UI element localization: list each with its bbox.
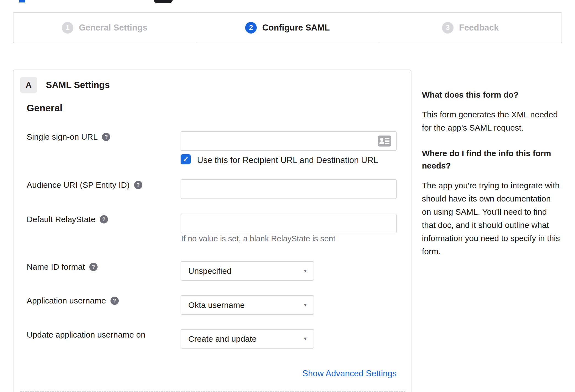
help-question-1: What does this form do? bbox=[422, 89, 562, 101]
name-id-format-value: Unspecified bbox=[188, 266, 231, 276]
wizard-stepper: 1 General Settings 2 Configure SAML 3 Fe… bbox=[13, 12, 562, 43]
name-id-format-select[interactable]: Unspecified ▼ bbox=[181, 261, 314, 281]
relaystate-help-icon[interactable]: ? bbox=[100, 215, 108, 223]
contact-card-icon bbox=[378, 136, 391, 147]
app-username-label: Application username bbox=[27, 296, 106, 305]
app-username-value: Okta username bbox=[188, 300, 245, 310]
clipped-blue-element bbox=[19, 0, 25, 2]
chevron-down-icon: ▼ bbox=[303, 268, 308, 274]
app-username-help-icon[interactable]: ? bbox=[110, 297, 119, 305]
step-configure-saml: 2 Configure SAML bbox=[196, 13, 378, 43]
checkmark-icon: ✓ bbox=[183, 155, 189, 164]
chevron-down-icon: ▼ bbox=[303, 336, 308, 342]
step-2-number-badge: 2 bbox=[245, 22, 257, 34]
help-sidebar: What does this form do? This form genera… bbox=[422, 89, 562, 271]
panel-title: SAML Settings bbox=[46, 77, 110, 93]
group-heading-general: General bbox=[27, 103, 62, 114]
name-id-format-label: Name ID format bbox=[27, 262, 85, 272]
show-advanced-settings-link[interactable]: Show Advanced Settings bbox=[302, 369, 397, 378]
step-general-settings: 1 General Settings bbox=[13, 13, 196, 43]
audience-uri-input[interactable] bbox=[181, 179, 397, 199]
configure-saml-page: 1 General Settings 2 Configure SAML 3 Fe… bbox=[0, 0, 575, 392]
audience-uri-label-row: Audience URI (SP Entity ID) ? bbox=[27, 180, 142, 190]
help-answer-2: The app you're trying to integrate with … bbox=[422, 179, 562, 258]
app-username-label-row: Application username ? bbox=[27, 296, 119, 305]
chevron-down-icon: ▼ bbox=[303, 302, 308, 308]
step-1-label: General Settings bbox=[79, 23, 148, 33]
advanced-link-row: Show Advanced Settings bbox=[181, 369, 397, 379]
update-username-label: Update application username on bbox=[27, 330, 145, 339]
relaystate-input[interactable] bbox=[181, 214, 397, 233]
name-id-format-help-icon[interactable]: ? bbox=[89, 263, 98, 271]
step-3-number-badge: 3 bbox=[442, 22, 454, 34]
saml-settings-panel: A SAML Settings General Single sign-on U… bbox=[13, 70, 411, 392]
update-username-label-row: Update application username on bbox=[27, 330, 145, 339]
step-feedback: 3 Feedback bbox=[379, 13, 562, 43]
sso-url-input[interactable] bbox=[181, 131, 397, 151]
step-1-number-badge: 1 bbox=[62, 22, 73, 34]
sso-url-label-row: Single sign-on URL ? bbox=[27, 132, 110, 142]
audience-uri-help-icon[interactable]: ? bbox=[134, 181, 142, 189]
app-username-select[interactable]: Okta username ▼ bbox=[181, 295, 314, 315]
help-question-2: Where do I find the info this form needs… bbox=[422, 147, 562, 172]
step-2-label: Configure SAML bbox=[262, 23, 330, 33]
name-id-format-label-row: Name ID format ? bbox=[27, 262, 98, 272]
sso-url-help-icon[interactable]: ? bbox=[102, 133, 110, 141]
update-username-select[interactable]: Create and update ▼ bbox=[181, 329, 314, 349]
help-answer-1: This form generates the XML needed for t… bbox=[422, 108, 562, 134]
clipped-dark-element bbox=[154, 0, 173, 3]
audience-uri-label: Audience URI (SP Entity ID) bbox=[27, 180, 130, 190]
update-username-value: Create and update bbox=[188, 334, 257, 344]
section-badge: A bbox=[20, 77, 37, 93]
relaystate-label-row: Default RelayState ? bbox=[27, 215, 108, 224]
relaystate-label: Default RelayState bbox=[27, 215, 95, 224]
recipient-url-checkbox[interactable]: ✓ bbox=[181, 154, 191, 164]
step-3-label: Feedback bbox=[459, 23, 499, 33]
recipient-url-checkbox-label[interactable]: Use this for Recipient URL and Destinati… bbox=[197, 155, 378, 165]
relaystate-hint: If no value is set, a blank RelayState i… bbox=[181, 234, 335, 243]
sso-url-label: Single sign-on URL bbox=[27, 132, 98, 142]
